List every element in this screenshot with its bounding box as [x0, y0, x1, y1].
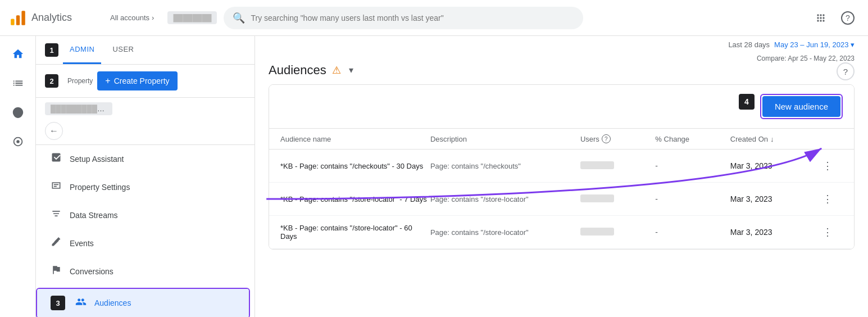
account-chip[interactable]: ████████ [167, 11, 217, 24]
audiences-table: 4 New audience Audience name Description… [269, 84, 855, 250]
change-cell: - [655, 161, 730, 170]
nav-advertising-button[interactable] [4, 128, 31, 155]
created-cell: Mar 3, 2023 [730, 161, 820, 170]
table-row: *KB - Page: contains "/store-locator" - … [269, 216, 854, 249]
home-icon [12, 48, 24, 60]
svg-point-11 [822, 20, 824, 21]
property-settings-label: Property Settings [70, 183, 130, 192]
step-1-badge: 1 [45, 43, 58, 57]
property-name[interactable]: ████████████ [45, 102, 112, 115]
col-actions [820, 134, 843, 143]
sidebar-item-setup-assistant[interactable]: Setup Assistant [36, 145, 255, 173]
sidebar-tabs: 1 ADMIN USER [36, 36, 255, 65]
events-label: Events [70, 239, 94, 248]
step-4-badge: 4 [739, 94, 755, 110]
data-streams-icon [49, 208, 63, 222]
audiences-highlight-container: 3 Audiences [36, 287, 255, 317]
created-cell: Mar 3, 2023 [730, 228, 820, 237]
sidebar-item-conversions[interactable]: Conversions [36, 257, 255, 286]
property-section: 2 Property + Create Property [36, 65, 255, 98]
new-audience-button-wrap: New audience [760, 94, 843, 119]
users-cell [580, 194, 655, 204]
sidebar-item-property-settings[interactable]: Property Settings [36, 173, 255, 201]
table-header: Audience name Description Users ? % Chan… [269, 129, 854, 150]
table-row: *KB - Page: contains "/checkouts" - 30 D… [269, 150, 854, 183]
date-range-label: Last 28 days [728, 40, 770, 49]
users-cell [580, 228, 655, 237]
apps-button[interactable] [810, 7, 832, 29]
description-cell: Page: contains "/store-locator" [430, 195, 580, 203]
date-range-bar: Last 28 days May 23 – Jun 19, 2023 ▾ Com… [255, 36, 868, 53]
chevron-right-icon: › [152, 13, 154, 22]
logo-area: Analytics [9, 9, 99, 27]
left-nav [0, 36, 36, 317]
nav-reports-button[interactable] [4, 70, 31, 97]
new-audience-button[interactable]: New audience [762, 96, 840, 117]
nav-explore-button[interactable] [4, 99, 31, 126]
svg-rect-2 [21, 11, 25, 25]
warning-triangle-icon: ⚠ [332, 64, 341, 76]
svg-point-3 [817, 14, 819, 16]
svg-point-9 [817, 20, 819, 21]
setup-assistant-label: Setup Assistant [70, 155, 124, 164]
conversions-label: Conversions [70, 267, 113, 276]
back-button[interactable]: ← [45, 122, 63, 140]
sidebar-item-audiences[interactable]: 3 Audiences [37, 289, 249, 317]
audiences-dropdown-button[interactable]: ▾ [347, 62, 356, 78]
step-3-badge: 3 [51, 296, 65, 310]
description-cell: Page: contains "/store-locator" [430, 228, 580, 237]
col-created-on[interactable]: Created On ↓ [730, 134, 820, 143]
change-cell: - [655, 228, 730, 237]
apps-icon [815, 12, 826, 24]
svg-rect-1 [16, 15, 20, 25]
created-cell: Mar 3, 2023 [730, 194, 820, 203]
users-help-icon[interactable]: ? [602, 134, 611, 143]
tab-user[interactable]: USER [106, 36, 140, 64]
tab-admin[interactable]: ADMIN [63, 36, 101, 64]
plus-icon: + [105, 76, 110, 86]
analytics-logo-icon [9, 9, 27, 27]
setup-assistant-icon [49, 152, 63, 166]
row-more-button[interactable]: ⋮ [820, 157, 835, 174]
data-streams-label: Data Streams [70, 211, 118, 220]
all-accounts-link[interactable]: All accounts › [106, 11, 158, 24]
search-input[interactable] [251, 13, 574, 22]
row-more-button[interactable]: ⋮ [820, 191, 835, 207]
svg-point-5 [822, 14, 824, 16]
advertising-icon [12, 135, 24, 148]
conversions-icon [49, 264, 63, 278]
svg-point-10 [820, 20, 821, 21]
col-pct-change: % Change [655, 134, 730, 143]
audience-name-cell: *KB - Page: contains "/store-locator" - … [280, 224, 430, 241]
audiences-label: Audiences [94, 298, 131, 307]
nav-home-button[interactable] [4, 40, 31, 67]
help-button[interactable]: ? [837, 7, 859, 29]
chevron-down-icon: ▾ [851, 40, 855, 49]
create-property-button[interactable]: + Create Property [97, 71, 177, 90]
description-cell: Page: contains "/checkouts" [430, 162, 580, 170]
table-row: *KB - Page: contains "/store-locator" - … [269, 183, 854, 216]
help-circle-button[interactable]: ? [837, 62, 855, 80]
change-cell: - [655, 194, 730, 203]
col-description: Description [430, 134, 580, 143]
property-label: Property [67, 77, 93, 85]
sidebar-item-data-streams[interactable]: Data Streams [36, 201, 255, 229]
svg-point-8 [822, 17, 824, 19]
search-icon: 🔍 [233, 12, 245, 24]
audiences-icon [74, 296, 88, 310]
app-title: Analytics [31, 12, 72, 24]
back-btn-area: ← [36, 117, 255, 145]
sidebar-item-events[interactable]: Events [36, 229, 255, 257]
row-more-button[interactable]: ⋮ [820, 224, 835, 241]
svg-point-7 [820, 17, 821, 19]
search-bar[interactable]: 🔍 [224, 7, 583, 29]
audience-name-cell: *KB - Page: contains "/checkouts" - 30 D… [280, 162, 430, 170]
col-audience-name: Audience name [280, 134, 430, 143]
step-2-badge: 2 [45, 74, 58, 88]
new-audience-row: 4 New audience [269, 85, 854, 129]
audiences-title: Audiences [269, 63, 326, 78]
audiences-header-area: Audiences ⚠ ▾ ? [255, 53, 868, 84]
date-range-value[interactable]: May 23 – Jun 19, 2023 ▾ [774, 40, 855, 49]
users-cell [580, 161, 655, 171]
reports-icon [12, 77, 24, 89]
